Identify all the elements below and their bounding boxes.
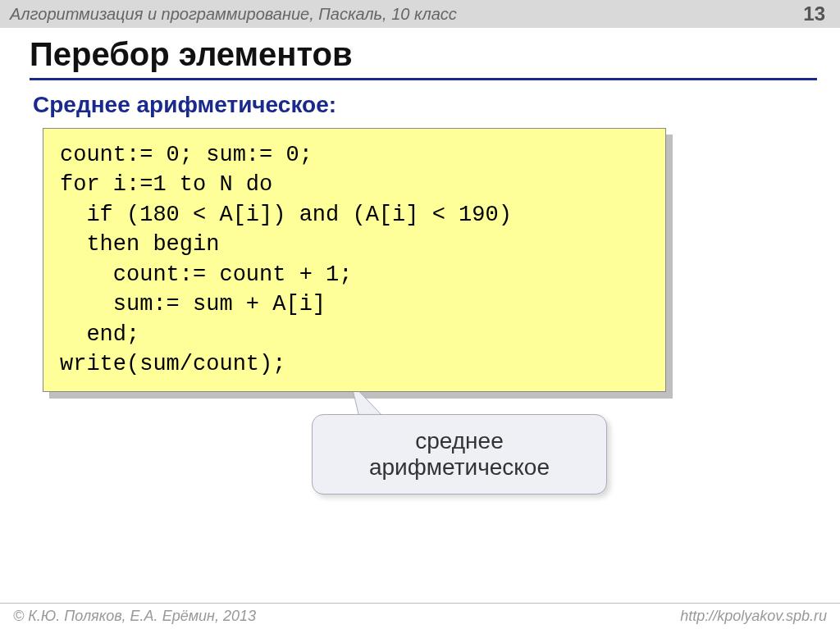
callout-text: среднее арифметическое — [312, 414, 607, 495]
callout: среднее арифметическое — [312, 414, 607, 495]
footer-right: http://kpolyakov.spb.ru — [680, 608, 827, 625]
topbar: Алгоритмизация и программирование, Паска… — [0, 0, 840, 28]
slide-subtitle: Среднее арифметическое: — [33, 92, 817, 118]
footer: © К.Ю. Поляков, Е.А. Ерёмин, 2013 http:/… — [0, 603, 840, 629]
code-text: count:= 0; sum:= 0; for i:=1 to N do if … — [43, 128, 666, 392]
footer-left: © К.Ю. Поляков, Е.А. Ерёмин, 2013 — [13, 608, 256, 625]
page-number: 13 — [803, 2, 825, 25]
course-title: Алгоритмизация и программирование, Паска… — [10, 5, 457, 24]
slide-title: Перебор элементов — [30, 36, 817, 80]
code-block: count:= 0; sum:= 0; for i:=1 to N do if … — [43, 128, 666, 392]
